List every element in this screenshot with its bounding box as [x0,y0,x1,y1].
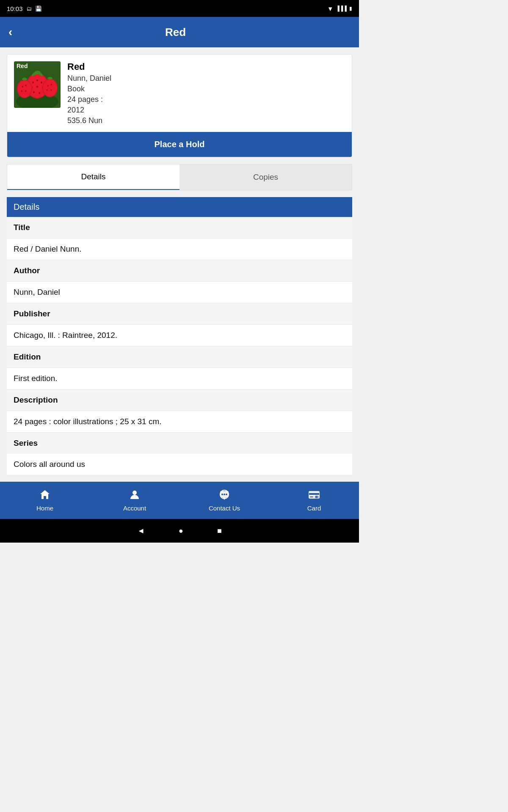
svg-point-8 [36,86,38,88]
field-edition-label: Edition [7,346,352,368]
book-pages: 24 pages : [67,95,111,104]
svg-point-37 [226,494,227,495]
svg-point-5 [36,80,38,82]
field-publisher-value: Chicago, Ill. : Raintree, 2012. [7,325,352,346]
svg-rect-39 [309,493,319,495]
svg-point-24 [47,85,49,87]
tab-details[interactable]: Details [7,165,179,190]
svg-point-10 [33,91,35,93]
svg-point-25 [51,84,52,85]
back-button[interactable]: ‹ [8,25,12,39]
svg-point-16 [18,80,31,97]
field-edition-value: First edition. [7,368,352,390]
book-info: Red Red Nunn, Daniel Book 24 pages : 201… [7,55,352,132]
svg-point-6 [41,82,42,84]
svg-point-20 [25,90,27,92]
details-section: Details Title Red / Daniel Nunn. Author … [7,197,352,475]
card-icon [308,489,320,503]
svg-point-26 [47,89,48,91]
book-card: Red Red Nunn, Daniel Book 24 pages : 201… [7,54,352,157]
book-title: Red [67,61,111,72]
svg-point-21 [22,78,27,80]
svg-point-11 [39,92,40,94]
bottom-nav: Home Account Contact Us [0,482,359,519]
status-bar-right: ▼ ▐▐▐ ▮ [327,5,352,12]
android-recent-button[interactable]: ■ [217,527,222,535]
page-title: Red [19,26,332,39]
svg-point-17 [22,86,23,88]
svg-point-36 [224,494,225,495]
signal-icon: ▐▐▐ [336,5,347,11]
svg-point-23 [43,80,57,96]
tabs-container: Details Copies [7,164,352,190]
sim-icon: 🗂 [26,5,32,12]
status-bar: 10:03 🗂 💾 ▼ ▐▐▐ ▮ [0,0,359,17]
field-author-value: Nunn, Daniel [7,282,352,303]
book-year: 2012 [67,106,111,115]
android-back-button[interactable]: ◄ [137,527,145,535]
book-meta: Red Nunn, Daniel Book 24 pages : 2012 53… [67,61,111,125]
book-call-number: 535.6 Nun [67,116,111,125]
place-hold-button[interactable]: Place a Hold [7,132,352,157]
home-icon [39,489,51,503]
svg-point-35 [221,494,223,495]
android-nav-bar: ◄ ● ■ [0,519,359,543]
top-nav-bar: ‹ Red [0,17,359,47]
nav-card-label: Card [307,505,321,512]
nav-account-label: Account [123,505,146,512]
nav-home-label: Home [36,505,53,512]
svg-point-30 [133,491,137,495]
svg-point-19 [21,90,22,92]
account-icon [129,489,141,503]
nav-contact-us[interactable]: Contact Us [179,482,269,519]
svg-point-18 [25,85,27,86]
field-publisher-label: Publisher [7,303,352,325]
book-cover: Red [14,61,61,108]
nav-home[interactable]: Home [0,482,90,519]
svg-point-42 [315,496,318,498]
contact-icon [218,489,230,503]
cover-image: Red [14,61,61,108]
save-icon: 💾 [35,5,42,12]
status-bar-left: 10:03 🗂 💾 [7,5,42,12]
nav-card[interactable]: Card [269,482,359,519]
battery-icon: ▮ [349,5,352,11]
svg-point-27 [51,89,52,91]
svg-point-4 [32,82,34,84]
wifi-icon: ▼ [327,5,334,12]
time-display: 10:03 [7,5,23,12]
field-title-label: Title [7,217,352,239]
android-home-button[interactable]: ● [179,527,183,535]
details-section-header: Details [7,197,352,217]
tab-copies[interactable]: Copies [179,165,352,190]
svg-point-28 [47,77,52,80]
field-title-value: Red / Daniel Nunn. [7,239,352,260]
nav-contact-label: Contact Us [209,505,240,512]
field-author-label: Author [7,260,352,282]
nav-account[interactable]: Account [90,482,179,519]
field-description-label: Description [7,390,352,411]
field-description-value: 24 pages : color illustrations ; 25 x 31… [7,411,352,433]
field-series-value: Colors all around us [7,454,352,475]
svg-rect-40 [310,497,313,497]
book-type: Book [67,85,111,93]
book-author: Nunn, Daniel [67,74,111,83]
field-series-label: Series [7,433,352,454]
svg-text:Red: Red [17,63,28,69]
